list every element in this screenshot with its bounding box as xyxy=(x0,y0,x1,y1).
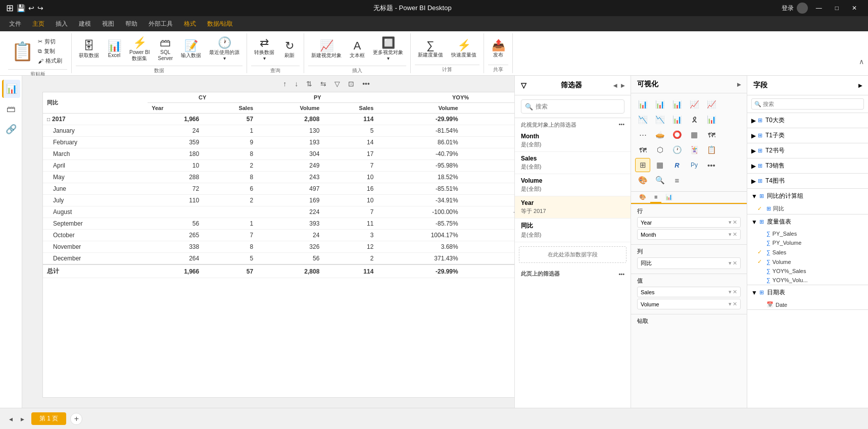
expand-2017-icon[interactable]: □ xyxy=(47,117,50,122)
fields-section-header-yoy-calc[interactable]: ▼ ⊞ 同比的计算组 xyxy=(747,189,868,203)
menu-file[interactable]: 文件 xyxy=(4,18,26,30)
row-month-chevron[interactable]: ▾ xyxy=(729,231,732,238)
viz-pie-chart-icon[interactable]: 🥧 xyxy=(652,128,667,142)
sidebar-report-icon[interactable]: 📊 xyxy=(2,80,20,98)
close-button[interactable]: ✕ xyxy=(847,3,862,14)
viz-treemap-icon[interactable]: ▦ xyxy=(687,128,702,142)
viz-kpi-icon[interactable]: 📋 xyxy=(704,143,719,157)
new-visual-button[interactable]: 📈 新建视觉对象 xyxy=(308,38,345,61)
minimize-button[interactable]: — xyxy=(811,3,827,14)
add-page-button[interactable]: + xyxy=(70,413,82,425)
viz-bar-chart-icon[interactable]: 📊 xyxy=(635,97,650,112)
recent-sources-button[interactable]: 🕐 最近使用的源▾ xyxy=(206,35,243,64)
val-sales-chevron[interactable]: ▾ xyxy=(729,289,732,295)
fields-section-header-T0[interactable]: ▶ ⊞ T0大类 xyxy=(747,113,868,128)
filter-icon[interactable]: ▽ xyxy=(332,79,342,89)
viz-fields-icon[interactable]: ≡ xyxy=(669,173,685,187)
fields-section-header-date[interactable]: ▼ ⊞ 日期表 xyxy=(747,285,868,300)
quick-measure-button[interactable]: ⚡ 快速度量值 xyxy=(448,38,479,60)
menu-view[interactable]: 视图 xyxy=(97,18,119,30)
menu-external-tools[interactable]: 外部工具 xyxy=(143,18,178,30)
redo-icon[interactable]: ↪ xyxy=(37,4,43,12)
col-yoy-chevron[interactable]: ▾ xyxy=(729,260,732,266)
fields-item-yoy-vol[interactable]: ∑ YOY%_Volu... xyxy=(747,276,868,285)
viz-donut-icon[interactable]: ⭕ xyxy=(669,128,685,142)
viz-scatter-icon[interactable]: ⋯ xyxy=(635,128,650,142)
visual-filters-more-icon[interactable]: ••• xyxy=(618,121,624,127)
fields-section-header-T1[interactable]: ▶ ⊞ T1子类 xyxy=(747,128,868,143)
cut-button[interactable]: ✂剪切 xyxy=(36,37,64,46)
fields-section-header-T2[interactable]: ▶ ⊞ T2书号 xyxy=(747,143,868,158)
menu-home[interactable]: 主页 xyxy=(27,18,50,30)
add-data-field-button[interactable]: 在此处添加数据字段 xyxy=(519,246,626,263)
filter-nav-prev-icon[interactable]: ◂ xyxy=(613,81,617,89)
viz-map-icon[interactable]: 🗺 xyxy=(704,128,719,142)
viz-r-icon[interactable]: R xyxy=(669,158,685,172)
sidebar-model-icon[interactable]: 🔗 xyxy=(2,120,20,138)
viz-stacked-bar-icon[interactable]: 📊 xyxy=(652,97,667,112)
copy-button[interactable]: ⧉复制 xyxy=(36,47,64,56)
refresh-button[interactable]: ↻ 刷新 xyxy=(279,38,300,61)
page-prev-icon[interactable]: ◂ xyxy=(6,414,16,424)
sql-server-button[interactable]: 🗃 SQLServer xyxy=(155,35,176,64)
filter-nav-next-icon[interactable]: ▸ xyxy=(621,81,624,89)
viz-stacked-col-icon[interactable]: 📈 xyxy=(704,97,719,112)
filter-search-input[interactable] xyxy=(521,99,624,114)
viz-funnel-icon[interactable]: ⬡ xyxy=(652,143,667,157)
fields-section-header-T3[interactable]: ▶ ⊞ T3销售 xyxy=(747,158,868,173)
filter-item-sales[interactable]: Sales 是(全部) xyxy=(515,152,631,174)
viz-more-icon[interactable]: ••• xyxy=(704,158,719,172)
sort-asc-icon[interactable]: ↑ xyxy=(281,79,288,89)
more-options-icon[interactable]: ••• xyxy=(360,79,372,89)
page-filters-more-icon[interactable]: ••• xyxy=(618,271,624,277)
filter-item-month[interactable]: Month 是(全部) xyxy=(515,130,631,152)
fields-expand-icon[interactable]: ▸ xyxy=(858,81,862,89)
val-field-volume[interactable]: Volume ▾ ✕ xyxy=(637,299,741,309)
viz-column-chart-icon[interactable]: 📈 xyxy=(687,97,702,112)
excel-button[interactable]: 📊 Excel xyxy=(104,38,124,61)
format-paint-button[interactable]: 🖌格式刷 xyxy=(36,57,64,65)
viz-format-icon[interactable]: 🎨 xyxy=(635,173,650,187)
maximize-button[interactable]: □ xyxy=(830,3,844,14)
input-data-button[interactable]: 📝 输入数据 xyxy=(178,38,204,61)
publish-button[interactable]: 📤 发布 xyxy=(488,38,508,60)
paste-button[interactable]: 📋 ✂剪切 ⧉复制 🖌格式刷 xyxy=(8,35,67,67)
viz-tab-format[interactable]: 🎨 xyxy=(635,192,650,203)
col-field-yoy[interactable]: 同比 ▾ ✕ xyxy=(637,257,741,269)
sort-desc-icon[interactable]: ↓ xyxy=(293,79,300,89)
login-button[interactable]: 登录 — □ ✕ xyxy=(782,3,862,14)
viz-tab-analytics[interactable]: 📊 xyxy=(661,192,677,203)
fields-search-input[interactable] xyxy=(751,98,864,110)
val-field-sales[interactable]: Sales ▾ ✕ xyxy=(637,287,741,297)
row-month-remove[interactable]: ✕ xyxy=(733,231,737,238)
sidebar-data-icon[interactable]: 🗃 xyxy=(2,100,20,118)
get-data-button[interactable]: 🗄 获取数据 xyxy=(76,38,102,61)
viz-line-chart-icon[interactable]: 📉 xyxy=(635,113,650,127)
menu-help[interactable]: 帮助 xyxy=(120,18,142,30)
text-box-button[interactable]: A 文本框 xyxy=(347,38,368,61)
fields-item-py-sales[interactable]: ∑ PY_Sales xyxy=(747,229,868,238)
row-year-chevron[interactable]: ▾ xyxy=(729,219,732,226)
fields-section-header-measures[interactable]: ▼ ⊞ 度量值表 xyxy=(747,215,868,229)
sort-asc-2-icon[interactable]: ⇅ xyxy=(304,79,314,89)
viz-analytics-icon[interactable]: 🔍 xyxy=(652,173,667,187)
fields-item-yoy-sales[interactable]: ∑ YOY%_Sales xyxy=(747,266,868,276)
col-yoy-remove[interactable]: ✕ xyxy=(733,260,737,266)
ribbon-collapse-button[interactable]: ∧ xyxy=(859,58,864,66)
fields-item-date[interactable]: 📅 Date xyxy=(747,300,868,309)
row-field-month[interactable]: Month ▾ ✕ xyxy=(637,229,741,240)
fields-section-header-T4[interactable]: ▶ ⊞ T4图书 xyxy=(747,174,868,188)
viz-gauge-icon[interactable]: 🕐 xyxy=(669,143,685,157)
filter-item-yoy[interactable]: 同比 是(全部) xyxy=(515,219,631,242)
viz-matrix-icon[interactable]: ▦ xyxy=(652,158,667,172)
viz-filled-map-icon[interactable]: 🗺 xyxy=(635,143,650,157)
page-next-icon[interactable]: ▸ xyxy=(18,414,27,424)
fields-item-volume[interactable]: ✓ ∑ Volume xyxy=(747,257,868,266)
viz-expand-icon[interactable]: ▸ xyxy=(737,80,741,88)
page-1-tab[interactable]: 第 1 页 xyxy=(31,412,66,425)
save-icon[interactable]: 💾 xyxy=(17,4,25,12)
menu-data-drill[interactable]: 数据/钻取 xyxy=(202,18,238,30)
filter-item-volume[interactable]: Volume 是(全部) xyxy=(515,174,631,196)
sort-desc-2-icon[interactable]: ⇆ xyxy=(318,79,328,89)
row-year-remove[interactable]: ✕ xyxy=(733,219,737,226)
